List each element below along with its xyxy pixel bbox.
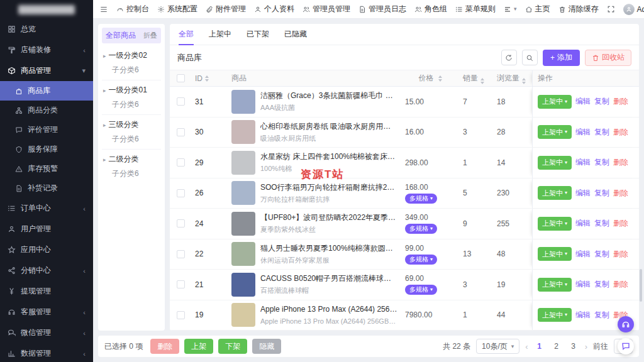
category-child-node[interactable]: 子分类6 bbox=[102, 63, 161, 77]
nav-item-dashboard[interactable]: 控制台 bbox=[116, 4, 149, 14]
edit-link[interactable]: 编辑 bbox=[575, 310, 591, 321]
nav-item-attachment[interactable]: 附件管理 bbox=[206, 4, 246, 14]
table-row[interactable]: 19 Apple iPhone 13 Pro Max (A2644) 256GB… bbox=[170, 300, 639, 331]
row-checkbox[interactable] bbox=[177, 189, 185, 197]
sidebar-item-user-management[interactable]: 用户管理 bbox=[0, 219, 93, 239]
edit-link[interactable]: 编辑 bbox=[575, 188, 591, 199]
multi-spec-badge[interactable]: 多规格▾ bbox=[405, 224, 437, 234]
nav-item-role-group[interactable]: 角色组 bbox=[414, 4, 447, 14]
table-row[interactable]: 21 CACUSS B0520帽子男百搭潮流棒球帽女休闲户外鸭... 百搭潮流棒… bbox=[170, 270, 639, 300]
copy-link[interactable]: 复制 bbox=[594, 249, 609, 260]
table-row[interactable]: 29 水星家纺 床上四件套100%纯棉被套床单枕套床上用... 100%纯棉 2… bbox=[170, 148, 639, 178]
status-dropdown[interactable]: 上架中▾ bbox=[538, 308, 572, 322]
sidebar-item-restock-records[interactable]: 补货记录 bbox=[0, 178, 93, 198]
edit-link[interactable]: 编辑 bbox=[575, 279, 591, 290]
category-node[interactable]: ▸ 一级分类02 bbox=[102, 48, 161, 63]
sidebar-item-review-management[interactable]: 评价管理 bbox=[0, 120, 93, 140]
sidebar-item-overview[interactable]: 总览 bbox=[0, 19, 93, 40]
row-checkbox[interactable] bbox=[177, 97, 185, 106]
header-id[interactable]: ID bbox=[191, 74, 228, 83]
batch-off-sale-button[interactable]: 下架 bbox=[218, 339, 247, 354]
copy-link[interactable]: 复制 bbox=[594, 310, 609, 321]
sidebar-item-customer-service[interactable]: 客服管理 ‹ bbox=[0, 302, 93, 322]
home-button[interactable]: 主页 bbox=[525, 4, 550, 14]
fullscreen-icon[interactable] bbox=[607, 5, 615, 13]
sidebar-item-data-management[interactable]: 数据管理 ‹ bbox=[0, 343, 93, 362]
delete-link[interactable]: 删除 bbox=[613, 157, 628, 168]
refresh-button[interactable] bbox=[501, 50, 517, 65]
page-next-button[interactable]: › bbox=[585, 342, 587, 351]
category-child-node[interactable]: 子分类6 bbox=[102, 97, 161, 112]
table-row[interactable]: 31 洁丽雅（Grace）3条抗菌新疆棉毛巾 纯棉柔软家用... AAA级抗菌 … bbox=[170, 87, 639, 118]
row-checkbox[interactable] bbox=[177, 280, 185, 288]
tab-all[interactable]: 全部 bbox=[179, 24, 194, 45]
copy-link[interactable]: 复制 bbox=[594, 218, 609, 229]
row-checkbox[interactable] bbox=[177, 250, 185, 258]
status-dropdown[interactable]: 上架中▾ bbox=[538, 95, 572, 109]
copy-link[interactable]: 复制 bbox=[594, 279, 609, 290]
sort-icon[interactable] bbox=[205, 75, 209, 82]
sidebar-item-product-category[interactable]: 商品分类 bbox=[0, 101, 93, 120]
sort-icon[interactable] bbox=[438, 75, 442, 82]
select-all-checkbox[interactable] bbox=[177, 74, 185, 82]
status-dropdown[interactable]: 上架中▾ bbox=[538, 278, 572, 292]
nav-item-menu-rules[interactable]: 菜单规则 bbox=[455, 4, 496, 14]
tab-off-sale[interactable]: 已下架 bbox=[247, 24, 269, 45]
sidebar-item-withdrawal-management[interactable]: 提现管理 bbox=[0, 281, 93, 302]
table-row[interactable]: 30 心相印卷纸厨房卷纸 吸油吸水厨房用纸 75节2卷纸巾... 吸油吸水厨房用… bbox=[170, 118, 639, 148]
status-dropdown[interactable]: 上架中▾ bbox=[538, 186, 572, 200]
row-checkbox[interactable] bbox=[177, 158, 185, 167]
sort-icon[interactable] bbox=[522, 78, 526, 84]
category-node[interactable]: ▸ 一级分类01 bbox=[102, 83, 161, 97]
all-products-filter[interactable]: 全部商品 bbox=[106, 30, 136, 41]
recycle-bin-button[interactable]: 回收站 bbox=[585, 50, 631, 66]
table-row[interactable]: 22 猫人男士睡衣男夏季100%纯棉薄款圆领套头短袖套... 休闲运动百外穿家居… bbox=[170, 239, 639, 270]
clear-cache-button[interactable]: 清除缓存 bbox=[558, 4, 599, 14]
nav-item-profile[interactable]: 个人资料 bbox=[254, 4, 294, 14]
row-checkbox[interactable] bbox=[177, 219, 185, 228]
nav-item-admin-management[interactable]: 管理员管理 bbox=[303, 4, 350, 14]
sort-icon[interactable] bbox=[480, 78, 484, 84]
add-button[interactable]: +添加 bbox=[543, 50, 580, 66]
sidebar-item-distribution-center[interactable]: 分销中心 ‹ bbox=[0, 260, 93, 281]
copy-link[interactable]: 复制 bbox=[594, 96, 609, 107]
multi-spec-badge[interactable]: 多规格▾ bbox=[405, 285, 437, 295]
terminal-menu-button[interactable]: ▾ bbox=[504, 6, 517, 13]
edit-link[interactable]: 编辑 bbox=[575, 96, 591, 107]
category-child-node[interactable]: 子分类6 bbox=[102, 132, 161, 146]
category-node[interactable]: ▸ 三级分类 bbox=[102, 118, 161, 132]
category-child-node[interactable]: 子分类6 bbox=[102, 167, 161, 181]
page-prev-button[interactable]: ‹ bbox=[525, 342, 528, 351]
table-row[interactable]: 24 【UPF80+】波司登防晒衣2022年夏季防紫外线冰丝... 夏季防紫外线… bbox=[170, 209, 639, 239]
header-views[interactable]: 浏览量 bbox=[493, 73, 532, 84]
delete-link[interactable]: 删除 bbox=[613, 188, 628, 199]
page-3-button[interactable]: 3 bbox=[568, 342, 579, 351]
category-node[interactable]: ▸ 二级分类 bbox=[102, 152, 161, 167]
row-checkbox[interactable] bbox=[177, 128, 185, 136]
header-sales[interactable]: 销量 bbox=[459, 73, 493, 84]
delete-link[interactable]: 删除 bbox=[613, 279, 628, 290]
tab-hidden[interactable]: 已隐藏 bbox=[284, 24, 307, 45]
sidebar-item-product-management[interactable]: 商品管理 ▾ bbox=[0, 60, 93, 81]
batch-delete-button[interactable]: 删除 bbox=[150, 339, 179, 354]
search-button[interactable] bbox=[522, 50, 538, 65]
copy-link[interactable]: 复制 bbox=[594, 127, 609, 138]
page-size-select[interactable]: 10条/页 ▾ bbox=[476, 339, 519, 354]
page-2-button[interactable]: 2 bbox=[551, 342, 562, 351]
vertical-scrollbar[interactable] bbox=[640, 269, 642, 302]
sidebar-item-product-library[interactable]: 商品库 bbox=[0, 81, 93, 101]
status-dropdown[interactable]: 上架中▾ bbox=[538, 156, 572, 170]
admin-account[interactable]: Admin bbox=[623, 4, 644, 15]
delete-link[interactable]: 删除 bbox=[613, 96, 628, 107]
copy-link[interactable]: 复制 bbox=[594, 157, 609, 168]
copy-link[interactable]: 复制 bbox=[594, 188, 609, 199]
edit-link[interactable]: 编辑 bbox=[575, 157, 591, 168]
sidebar-item-stock-warning[interactable]: 库存预警 bbox=[0, 159, 93, 178]
batch-hide-button[interactable]: 隐藏 bbox=[252, 339, 281, 354]
delete-link[interactable]: 删除 bbox=[613, 218, 628, 229]
row-checkbox[interactable] bbox=[177, 311, 185, 319]
support-chat-button[interactable] bbox=[618, 316, 634, 332]
collapse-button[interactable]: 折叠 bbox=[143, 31, 157, 40]
customer-service-button[interactable] bbox=[618, 338, 634, 354]
status-dropdown[interactable]: 上架中▾ bbox=[538, 247, 572, 261]
